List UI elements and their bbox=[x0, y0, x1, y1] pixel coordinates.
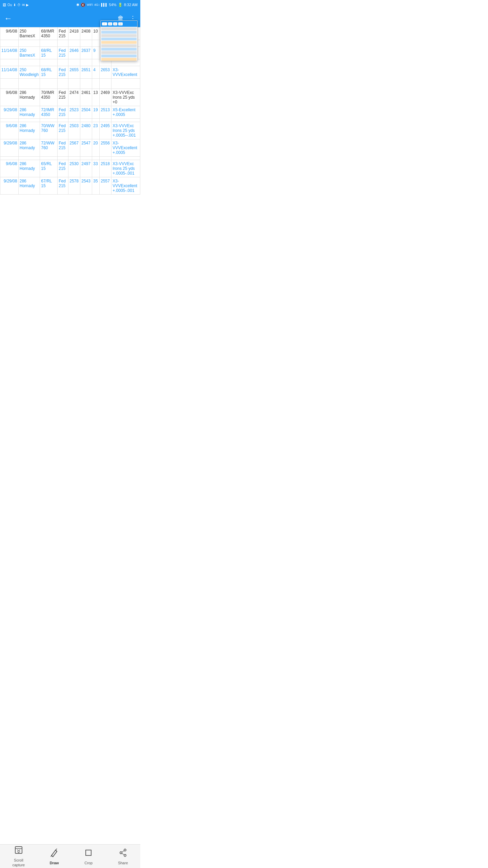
spacer-cell bbox=[0, 43, 19, 47]
table-cell: 68/RL 15 bbox=[40, 66, 58, 79]
spacer-cell bbox=[40, 63, 58, 66]
table-cell: 19 bbox=[92, 106, 100, 119]
bluetooth-icon: ✱ bbox=[76, 3, 79, 7]
spacer-cell bbox=[100, 85, 111, 89]
spacer-cell bbox=[0, 85, 19, 89]
spacer-cell bbox=[18, 59, 40, 63]
outlook-icon: Ou bbox=[7, 3, 12, 7]
spacer-cell bbox=[18, 40, 40, 43]
spacer-cell bbox=[18, 82, 40, 85]
table-cell: 2543 bbox=[80, 177, 92, 195]
spacer-cell bbox=[18, 43, 40, 47]
table-cell: 9/6/08 bbox=[0, 27, 19, 40]
table-cell: 2547 bbox=[80, 139, 92, 157]
table-cell: X3-VVVExcellent +.0005 bbox=[111, 139, 140, 157]
table-cell: 250 Woodleigh bbox=[18, 66, 40, 79]
table-row: 9/29/08286 Hornady72/WW 760Fed 215256725… bbox=[0, 139, 140, 157]
spacer-cell bbox=[92, 85, 100, 89]
mail-icon: ✉ bbox=[22, 3, 25, 7]
table-cell: 2557 bbox=[100, 177, 111, 195]
table-cell: 9/6/08 bbox=[0, 160, 19, 177]
spacer-cell bbox=[92, 40, 100, 43]
battery-icon: 🔋 bbox=[118, 3, 123, 7]
table-cell: 2408 bbox=[80, 27, 92, 40]
table-cell: Fed 215 bbox=[58, 122, 68, 139]
table-cell: 2655 bbox=[68, 66, 80, 79]
spacer-row bbox=[0, 119, 140, 122]
status-left-icons: 🖼 Ou ⬇ ⏱ ✉ ▶ bbox=[3, 3, 29, 7]
spacer-cell bbox=[58, 59, 68, 63]
spacer-cell bbox=[92, 157, 100, 160]
battery-level: 54% bbox=[109, 3, 117, 7]
thumbnail-header: ← □ □ □ bbox=[101, 21, 137, 27]
table-cell: 2480 bbox=[80, 122, 92, 139]
spacer-row bbox=[0, 82, 140, 85]
table-cell: 68/IMR 4350 bbox=[40, 27, 58, 40]
spacer-cell bbox=[68, 59, 80, 63]
table-cell: 9/29/08 bbox=[0, 139, 19, 157]
spacer-row bbox=[0, 79, 140, 82]
spacer-cell bbox=[40, 40, 58, 43]
table-cell: Fed 215 bbox=[58, 66, 68, 79]
spacer-cell bbox=[92, 79, 100, 82]
table-cell: 286 Hornady bbox=[18, 122, 40, 139]
table-cell: 23 bbox=[92, 122, 100, 139]
spacer-cell bbox=[58, 43, 68, 47]
table-cell: 4 bbox=[92, 66, 100, 79]
table-cell: 2578 bbox=[68, 177, 80, 195]
thumb-tab3: □ bbox=[118, 22, 122, 25]
table-cell: X3-VVVExc Irons 25 yds +0 bbox=[111, 89, 140, 106]
table-cell: 2637 bbox=[80, 47, 92, 59]
mute-icon: 🔇 bbox=[81, 3, 85, 7]
table-row: 9/6/08286 Hornady70/IMR 4350Fed 21524742… bbox=[0, 89, 140, 106]
table-cell: 2653 bbox=[100, 66, 111, 79]
spacer-cell bbox=[80, 63, 92, 66]
table-cell: 13 bbox=[92, 89, 100, 106]
table-cell: 2523 bbox=[68, 106, 80, 119]
spacer-cell bbox=[58, 40, 68, 43]
spacer-cell bbox=[68, 79, 80, 82]
spacer-cell bbox=[100, 82, 111, 85]
spacer-cell bbox=[80, 85, 92, 89]
spacer-cell bbox=[100, 63, 111, 66]
spacer-cell bbox=[0, 157, 19, 160]
spacer-cell bbox=[18, 119, 40, 122]
table-cell: Fed 215 bbox=[58, 106, 68, 119]
thumb-row-10 bbox=[101, 58, 137, 61]
table-cell: 2530 bbox=[68, 160, 80, 177]
clock: 8:32 AM bbox=[124, 3, 138, 7]
spacer-cell bbox=[18, 79, 40, 82]
spacer-cell bbox=[18, 157, 40, 160]
table-cell: 33 bbox=[92, 160, 100, 177]
spacer-cell bbox=[18, 85, 40, 89]
spacer-cell bbox=[111, 79, 140, 82]
spacer-row bbox=[0, 63, 140, 66]
thumbnail-preview: ← □ □ □ bbox=[100, 20, 138, 61]
thumb-tab2: □ bbox=[113, 22, 117, 25]
spacer-cell bbox=[58, 157, 68, 160]
spacer-cell bbox=[111, 119, 140, 122]
table-cell: 2567 bbox=[68, 139, 80, 157]
spacer-cell bbox=[68, 40, 80, 43]
spacer-cell bbox=[18, 63, 40, 66]
thumbnail-content bbox=[101, 27, 137, 61]
spacer-cell bbox=[0, 40, 19, 43]
table-cell: 2518 bbox=[100, 160, 111, 177]
back-button[interactable]: ← bbox=[4, 14, 12, 23]
spacer-cell bbox=[68, 63, 80, 66]
thumb-row-2 bbox=[101, 31, 137, 34]
spacer-cell bbox=[68, 119, 80, 122]
spacer-cell bbox=[58, 119, 68, 122]
spacer-cell bbox=[111, 63, 140, 66]
table-cell: Fed 215 bbox=[58, 27, 68, 40]
table-cell: 2495 bbox=[100, 122, 111, 139]
table-cell: Fed 215 bbox=[58, 47, 68, 59]
spacer-cell bbox=[0, 59, 19, 63]
signal-icon: 4G↕ bbox=[94, 3, 100, 6]
thumb-tab1: □ bbox=[108, 22, 112, 25]
thumb-row-9 bbox=[101, 55, 137, 57]
table-cell: 9/29/08 bbox=[0, 106, 19, 119]
table-cell: 2474 bbox=[68, 89, 80, 106]
spacer-cell bbox=[80, 40, 92, 43]
thumb-row-7 bbox=[101, 48, 137, 51]
